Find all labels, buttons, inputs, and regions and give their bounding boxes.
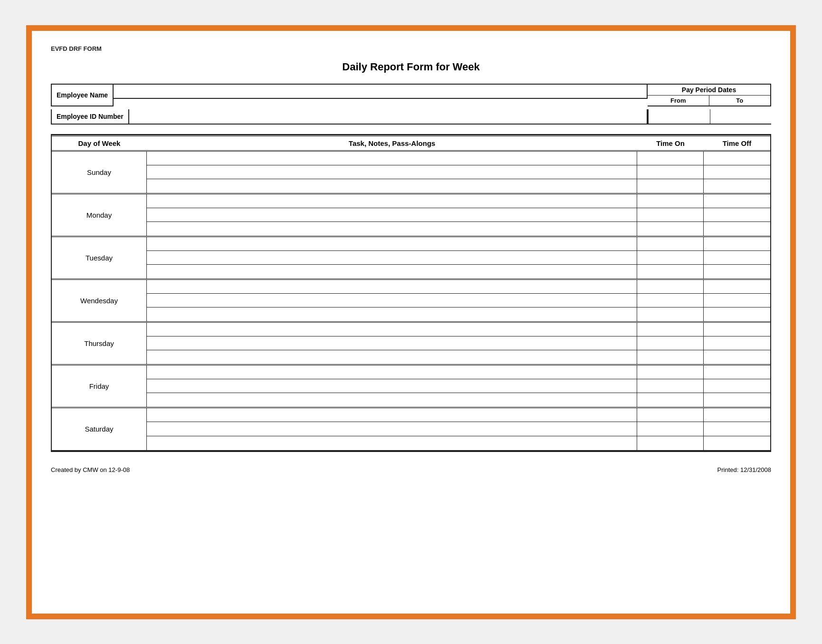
day-wednesday: Wendesday: [52, 280, 147, 321]
time-on-tuesday: [637, 237, 704, 279]
table-row: Thursday: [52, 323, 770, 365]
footer-left: Created by CMW on 12-9-08: [51, 466, 130, 473]
employee-id-label: Employee ID Number: [51, 109, 129, 125]
employee-id-input[interactable]: [129, 109, 648, 125]
table-row: Friday: [52, 365, 770, 408]
pay-period-box: Pay Period Dates From To: [648, 84, 771, 106]
time-on-thursday: [637, 323, 704, 364]
form-container: EVFD DRF FORM Daily Report Form for Week…: [26, 25, 796, 619]
day-thursday: Thursday: [52, 323, 147, 364]
footer: Created by CMW on 12-9-08 Printed: 12/31…: [51, 466, 771, 473]
time-on-monday: [637, 194, 704, 236]
header-row1: Employee Name Pay Period Dates From To: [51, 84, 771, 106]
footer-right: Printed: 12/31/2008: [717, 466, 771, 473]
employee-name-input[interactable]: [114, 84, 648, 99]
tasks-tuesday[interactable]: [147, 237, 637, 279]
tasks-monday[interactable]: [147, 194, 637, 236]
day-rows-table: Sunday Monday: [51, 152, 771, 452]
col-headers-wrapper: Day of Week Task, Notes, Pass-Alongs Tim…: [51, 134, 771, 152]
pay-period-to-input[interactable]: [710, 109, 772, 125]
employee-name-label: Employee Name: [51, 84, 114, 106]
time-on-saturday: [637, 408, 704, 450]
tasks-wednesday[interactable]: [147, 280, 637, 321]
time-off-sunday: [704, 152, 770, 193]
table-row: Wendesday: [52, 280, 770, 323]
pay-period-title: Pay Period Dates: [648, 85, 770, 96]
day-saturday: Saturday: [52, 408, 147, 450]
time-off-thursday: [704, 323, 770, 364]
day-friday: Friday: [52, 365, 147, 407]
time-on-wednesday: [637, 280, 704, 321]
col-header-day: Day of Week: [52, 139, 147, 147]
tasks-friday[interactable]: [147, 365, 637, 407]
pay-period-cols: From To: [648, 96, 770, 106]
time-off-friday: [704, 365, 770, 407]
time-on-sunday: [637, 152, 704, 193]
header-row2: Employee ID Number: [51, 109, 771, 125]
tasks-thursday[interactable]: [147, 323, 637, 364]
pay-period-inputs: [648, 109, 771, 125]
time-off-wednesday: [704, 280, 770, 321]
col-header-time-on: Time On: [637, 139, 704, 147]
table-row: Tuesday: [52, 237, 770, 280]
pay-period-to-label: To: [709, 96, 771, 106]
pay-period-from-input[interactable]: [648, 109, 710, 125]
day-monday: Monday: [52, 194, 147, 236]
tasks-saturday[interactable]: [147, 408, 637, 450]
time-off-monday: [704, 194, 770, 236]
day-tuesday: Tuesday: [52, 237, 147, 279]
form-header-label: EVFD DRF FORM: [51, 45, 771, 52]
table-row: Saturday: [52, 408, 770, 451]
table-row: Sunday: [52, 152, 770, 194]
time-off-tuesday: [704, 237, 770, 279]
tasks-sunday[interactable]: [147, 152, 637, 193]
col-headers: Day of Week Task, Notes, Pass-Alongs Tim…: [52, 135, 770, 152]
time-off-saturday: [704, 408, 770, 450]
table-row: Monday: [52, 194, 770, 237]
pay-period-from-label: From: [648, 96, 709, 106]
form-title: Daily Report Form for Week: [51, 61, 771, 73]
day-sunday: Sunday: [52, 152, 147, 193]
time-on-friday: [637, 365, 704, 407]
col-header-time-off: Time Off: [704, 139, 770, 147]
col-header-tasks: Task, Notes, Pass-Alongs: [147, 139, 637, 147]
